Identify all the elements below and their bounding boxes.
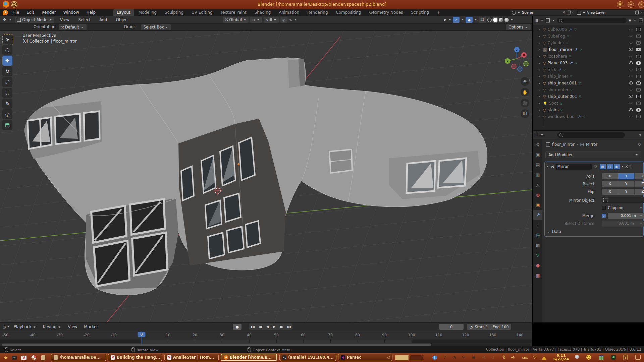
usb-icon[interactable]: [510, 355, 517, 361]
keyboard-layout[interactable]: us: [520, 355, 530, 360]
flip-z-button[interactable]: Z: [635, 189, 644, 195]
current-frame-field[interactable]: 0: [439, 324, 464, 330]
outliner-row[interactable]: ▸▽Cube.006 ▽: [533, 26, 644, 33]
shading-solid-button[interactable]: [493, 18, 497, 22]
flip-y-button[interactable]: Y: [618, 189, 635, 195]
tab-particles[interactable]: ∴: [533, 220, 542, 230]
menu-marker[interactable]: Marker: [81, 323, 101, 330]
transform-orientation-dropdown[interactable]: ⤯Global: [223, 17, 249, 23]
timeline-scrollbar[interactable]: [2, 344, 530, 346]
outliner-search-input[interactable]: [557, 18, 627, 23]
tab-texture-paint[interactable]: Texture Paint: [217, 9, 250, 16]
tab-physics[interactable]: ◎: [533, 230, 542, 240]
task-vivaldi-2[interactable]: V AnalieStar | Hom...: [164, 354, 219, 361]
breadcrumb-modifier[interactable]: Mirror: [586, 142, 597, 147]
task-parsec[interactable]: ◖ Parsec ◁: [338, 354, 392, 361]
camera-view-button[interactable]: 🎥: [521, 99, 529, 107]
remove-viewlayer-icon[interactable]: ✕: [640, 11, 643, 14]
tray-media-icon[interactable]: ◉: [470, 355, 477, 360]
merge-value-field[interactable]: 0.001 m: [608, 213, 644, 219]
tab-modeling[interactable]: Modeling: [135, 9, 160, 16]
auto-key-button[interactable]: ●: [233, 324, 241, 330]
render-display-toggle[interactable]: ◉: [614, 164, 620, 169]
add-modifier-button[interactable]: Add Modifier: [545, 152, 641, 158]
outliner-row-selected[interactable]: ▸▽floor_mirror ▽: [533, 46, 644, 53]
tool-add-cube[interactable]: ⬒: [2, 120, 12, 130]
tab-world[interactable]: ◍: [533, 190, 542, 200]
jump-to-end-button[interactable]: ▶▮: [285, 325, 293, 328]
toggle-perspective-button[interactable]: 田: [521, 109, 529, 118]
shading-material-button[interactable]: [499, 18, 503, 22]
tab-uv-editing[interactable]: UV Editing: [188, 9, 216, 16]
tool-cursor[interactable]: ◌: [2, 45, 12, 55]
editor-type-icon[interactable]: ✥: [3, 17, 6, 22]
outliner-row[interactable]: ▸▽rock ▽: [533, 66, 644, 73]
shade-window-button[interactable]: ▼: [617, 1, 623, 8]
stopwatch-icon[interactable]: ◔: [470, 325, 473, 329]
xray-toggle[interactable]: 回: [479, 17, 486, 23]
collapse-chevron[interactable]: [547, 166, 549, 167]
overlays-toggle[interactable]: ◕: [466, 17, 473, 23]
snap-dropdown[interactable]: ∩ ☰: [264, 17, 279, 23]
magnet-icon[interactable]: ∩: [266, 18, 268, 22]
axis-y-button[interactable]: Y: [618, 173, 635, 179]
data-subpanel-header[interactable]: ›Data: [548, 229, 640, 235]
start-value[interactable]: 1: [486, 325, 488, 329]
menu-file[interactable]: File: [9, 9, 22, 16]
outliner-editor-icon[interactable]: ☰: [535, 19, 538, 22]
spaceship-model[interactable]: [0, 31, 532, 322]
task-vivaldi-1[interactable]: V Building the Hang...: [108, 354, 162, 361]
menu-add[interactable]: Add: [96, 16, 110, 23]
tab-constraints[interactable]: ▩: [533, 240, 542, 250]
browser-launcher-icon[interactable]: [31, 355, 37, 361]
next-keyframe-button[interactable]: ◆▶: [277, 325, 285, 328]
show-desktop-button[interactable]: [635, 355, 641, 360]
menu-edit[interactable]: Edit: [23, 9, 37, 16]
bisect-y-button[interactable]: Y: [618, 181, 635, 187]
unlink-scene-icon[interactable]: ✕: [572, 11, 574, 14]
scrollbar-thumb[interactable]: [2, 344, 431, 346]
minimize-button[interactable]: −: [628, 1, 634, 8]
merge-checkbox[interactable]: ✓: [602, 214, 606, 218]
timeline-editor-icon[interactable]: ◷: [3, 325, 6, 329]
play-button[interactable]: ▶: [271, 324, 277, 329]
tray-volume-icon[interactable]: ◁: [489, 355, 496, 360]
dictionary-icon[interactable]: a: [623, 355, 628, 360]
tab-animation[interactable]: Animation: [275, 9, 303, 16]
vivaldi-launcher-icon[interactable]: V: [21, 355, 27, 361]
properties-options-chevron[interactable]: [639, 134, 641, 136]
end-value[interactable]: 100: [501, 325, 508, 329]
tab-object-data[interactable]: ▽: [533, 250, 542, 260]
realtime-display-toggle[interactable]: ⊡: [607, 164, 613, 169]
tool-move[interactable]: ✥: [2, 56, 12, 66]
3d-viewport[interactable]: User Perspective (0) Collection | floor_…: [0, 31, 532, 322]
outliner-row[interactable]: ▸▽ship_outer.001 ▽: [533, 93, 644, 100]
tab-modifiers[interactable]: [533, 210, 542, 220]
menu-render[interactable]: Render: [39, 9, 59, 16]
wifi-icon[interactable]: [531, 355, 538, 360]
playhead-badge[interactable]: 0: [138, 332, 146, 337]
tool-annotate[interactable]: ✎: [2, 99, 12, 109]
close-button[interactable]: ✕: [638, 1, 644, 8]
workspace-1[interactable]: [395, 355, 409, 360]
new-collection-icon[interactable]: [639, 19, 642, 22]
tab-rendering[interactable]: Rendering: [304, 9, 331, 16]
task-file-manager[interactable]: /home/amalie/De...: [51, 354, 106, 361]
menu-select[interactable]: Select: [75, 16, 94, 23]
favorites-star-icon[interactable]: ★: [3, 355, 9, 361]
tool-select-box[interactable]: ➤: [2, 34, 13, 45]
options-dropdown[interactable]: Options: [506, 24, 531, 30]
workspace-2[interactable]: [410, 355, 423, 360]
pan-hand-button[interactable]: ✋: [521, 88, 529, 97]
scene-selector[interactable]: Scene ⚲ ✕: [511, 10, 576, 15]
outliner-row[interactable]: ▸▽ship_inner.001 ▽: [533, 80, 644, 86]
tool-measure[interactable]: ◵: [2, 109, 12, 119]
tab-tool[interactable]: ⚙: [533, 139, 542, 149]
menu-view[interactable]: View: [57, 16, 72, 23]
task-blender[interactable]: Blender [/home/a...: [221, 354, 277, 361]
jump-to-start-button[interactable]: ▮◀: [249, 325, 256, 328]
tab-layout[interactable]: Layout: [113, 9, 134, 16]
pivot-point-dropdown[interactable]: ⊙: [250, 17, 262, 23]
tab-scene[interactable]: ◬: [533, 180, 542, 190]
properties-editor-icon[interactable]: ☰: [535, 133, 538, 137]
